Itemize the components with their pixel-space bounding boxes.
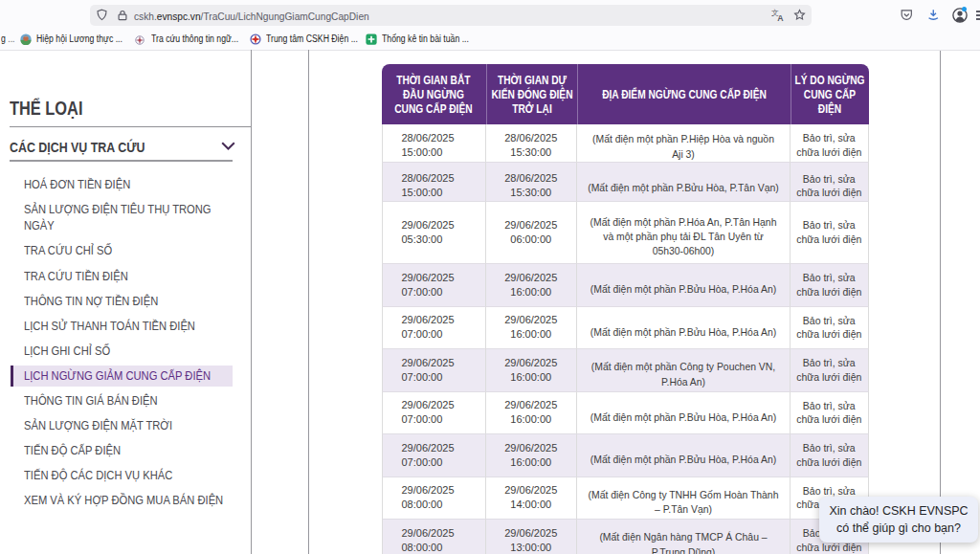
svg-text:A: A: [777, 13, 784, 22]
